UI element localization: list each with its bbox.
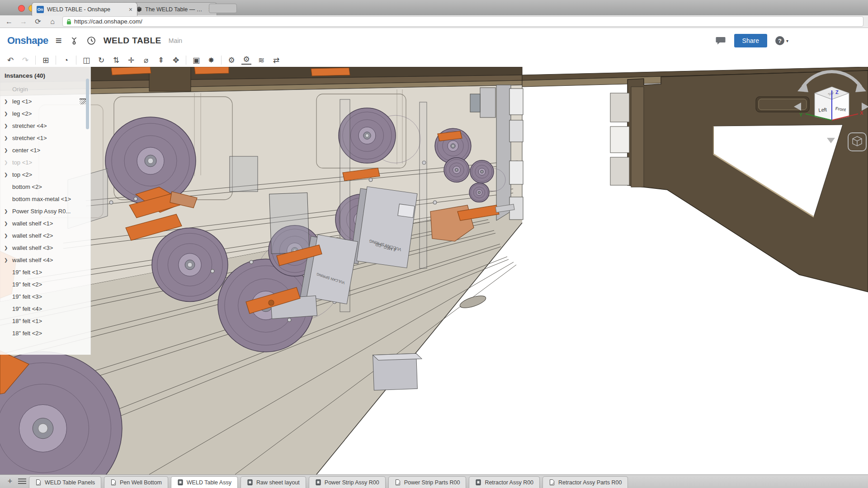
share-button[interactable]: Share (734, 34, 767, 47)
instance-row-power-strip-assy-r0[interactable]: ❯Power Strip Assy R0... (0, 205, 90, 217)
instance-row-leg-1[interactable]: ❯leg <1> (0, 95, 90, 108)
mate-connector-icon[interactable]: ✸ (206, 56, 216, 64)
rack-pinion-relation-icon[interactable]: ⚙ (241, 56, 251, 65)
insert-icon[interactable]: ⊞ (41, 56, 51, 64)
expand-chevron-icon[interactable]: ❯ (4, 160, 9, 165)
caster-wheel[interactable] (469, 183, 489, 202)
versions-branch-icon[interactable] (69, 36, 79, 46)
window-close-button[interactable] (18, 5, 25, 12)
doc-tab-weld-table-assy[interactable]: WELD Table Assy (171, 476, 238, 488)
expand-chevron-icon[interactable]: ❯ (4, 111, 9, 116)
instance-row-top-1[interactable]: ❯top <1> (0, 156, 90, 169)
caster-wheel[interactable] (470, 160, 494, 183)
gear-relation-icon[interactable]: ⚙ (226, 56, 236, 64)
expand-chevron-icon[interactable]: ❯ (4, 99, 9, 104)
instance-row-19-felt-2[interactable]: 19" felt <2> (0, 278, 90, 291)
instance-row-stretcher-4[interactable]: ❯stretcher <4> (0, 120, 90, 132)
address-bar[interactable]: https://cad.onshape.com/ (62, 16, 863, 27)
instance-row-wallet-shelf-1[interactable]: ❯wallet shelf <1> (0, 217, 90, 230)
doc-tab-power-strip-assy-r00[interactable]: Power Strip Assy R00 (309, 476, 386, 488)
caster-wheel[interactable] (444, 158, 469, 182)
browser-tab-active[interactable]: On WELD TABLE - Onshape × (32, 2, 137, 16)
instance-row-bottom-max-metal-1[interactable]: bottom max-metal <1> (0, 193, 90, 205)
instance-label: 19" felt <2> (12, 281, 42, 288)
retractor-box[interactable] (373, 353, 423, 390)
instance-row-18-felt-2[interactable]: 18" felt <2> (0, 327, 90, 339)
planar-mate-icon[interactable]: ✛ (126, 56, 136, 64)
instance-label: bottom max-metal <1> (12, 196, 71, 202)
slider-mate-icon[interactable]: ⇅ (111, 56, 121, 64)
ball-mate-icon[interactable]: ✥ (171, 56, 181, 64)
expand-chevron-icon[interactable]: ❯ (4, 245, 9, 250)
instance-row-wallet-shelf-3[interactable]: ❯wallet shelf <3> (0, 242, 90, 254)
doc-tab-pen-well-bottom[interactable]: Pen Well Bottom (104, 476, 168, 488)
doc-tab-label: Power Strip Assy R00 (325, 479, 379, 486)
instance-label: 18" felt <1> (12, 318, 42, 324)
toolbar-divider (35, 56, 36, 65)
add-tab-button[interactable]: + (5, 477, 15, 486)
home-button[interactable]: ⌂ (48, 18, 57, 26)
instance-row-top-2[interactable]: ❯top <2> (0, 169, 90, 181)
doc-tab-raw-sheet-layout[interactable]: Raw sheet layout (241, 476, 306, 488)
instance-row-center-1[interactable]: ❯center <1> (0, 144, 90, 156)
expand-chevron-icon[interactable]: ❯ (4, 148, 9, 153)
view-cube-left-label: Left (818, 107, 827, 113)
expand-chevron-icon[interactable]: ❯ (4, 233, 9, 238)
instance-row-stretcher-1[interactable]: ❯stretcher <1> (0, 132, 90, 144)
refresh-button[interactable]: ⟳ (33, 17, 42, 26)
group-icon[interactable]: ▣ (191, 56, 201, 64)
pin-slot-mate-icon[interactable]: ⇞ (156, 56, 166, 64)
instance-row-19-felt-1[interactable]: 19" felt <1> (0, 266, 90, 278)
instance-row-19-felt-4[interactable]: 19" felt <4> (0, 303, 90, 315)
part-studio-icon (35, 479, 42, 486)
panel-scrollbar[interactable] (86, 79, 89, 129)
replicate-icon[interactable]: ⇄ (271, 56, 281, 64)
instance-row-wallet-shelf-2[interactable]: ❯wallet shelf <2> (0, 230, 90, 242)
comment-bubble-icon[interactable] (715, 36, 726, 46)
graphics-viewport[interactable]: VULCAN SPRING & MFG. CO. VULCAN SPRING (0, 67, 868, 474)
side-panel-hinge-blocks[interactable] (610, 87, 644, 187)
back-button[interactable]: ← (5, 18, 14, 26)
instance-row-bottom-2[interactable]: bottom <2> (0, 181, 90, 193)
expand-chevron-icon[interactable]: ❯ (4, 172, 9, 177)
instance-row-19-felt-3[interactable]: 19" felt <3> (0, 291, 90, 303)
tab-list-menu-icon[interactable] (18, 479, 26, 484)
doc-tab-retractor-assy-parts-r00[interactable]: Retractor Assy Parts R00 (542, 476, 628, 488)
y-axis-label: Y (799, 112, 803, 117)
workspace-name[interactable]: Main (169, 37, 182, 44)
expand-chevron-icon[interactable]: ❯ (4, 136, 9, 141)
instance-row-leg-2[interactable]: ❯leg <2> (0, 108, 90, 120)
main-menu-icon[interactable]: ≡ (56, 34, 62, 47)
instance-row-wallet-shelf-4[interactable]: ❯wallet shelf <4> (0, 254, 90, 266)
new-tab-button[interactable] (209, 4, 237, 13)
doc-tab-retractor-assy-r00[interactable]: Retractor Assy R00 (469, 476, 540, 488)
toolbar-divider (221, 56, 222, 65)
expand-chevron-icon[interactable]: ❯ (4, 258, 9, 263)
assembly-icon (315, 479, 321, 486)
cylindrical-mate-icon[interactable]: ⌀ (141, 56, 151, 64)
toolbar-divider (76, 56, 76, 65)
history-clock-icon[interactable] (86, 36, 96, 46)
retractor-box[interactable]: VULCAN SPRING & MFG. CO. (350, 186, 417, 271)
onshape-logo[interactable]: Onshape (7, 35, 48, 47)
forward-button[interactable]: → (19, 18, 28, 26)
caster-wheel[interactable] (152, 228, 228, 302)
instance-label: stretcher <4> (12, 122, 47, 129)
expand-chevron-icon[interactable]: ❯ (4, 209, 9, 214)
help-menu[interactable]: ? ▾ (775, 36, 788, 45)
browser-tab-inactive[interactable]: The WELD Table — Klevr F × (131, 2, 217, 16)
undo-icon[interactable]: ↶ (5, 56, 15, 64)
shaded-view-icon[interactable]: ◔ (61, 56, 71, 64)
instance-row-origin[interactable]: Origin (0, 83, 90, 95)
fastened-mate-icon[interactable]: ◫ (81, 56, 91, 64)
instance-label: center <1> (12, 147, 40, 154)
instance-row-18-felt-1[interactable]: 18" felt <1> (0, 315, 90, 327)
doc-tab-weld-table-panels[interactable]: WELD Table Panels (29, 476, 101, 488)
revolute-mate-icon[interactable]: ↻ (96, 56, 106, 64)
screw-relation-icon[interactable]: ≋ (256, 56, 266, 64)
tab-close-icon[interactable]: × (129, 6, 132, 13)
expand-chevron-icon[interactable]: ❯ (4, 221, 9, 226)
doc-tab-label: Raw sheet layout (256, 479, 300, 486)
expand-chevron-icon[interactable]: ❯ (4, 123, 9, 128)
doc-tab-power-strip-parts-r00[interactable]: Power Strip Parts R00 (388, 476, 467, 488)
